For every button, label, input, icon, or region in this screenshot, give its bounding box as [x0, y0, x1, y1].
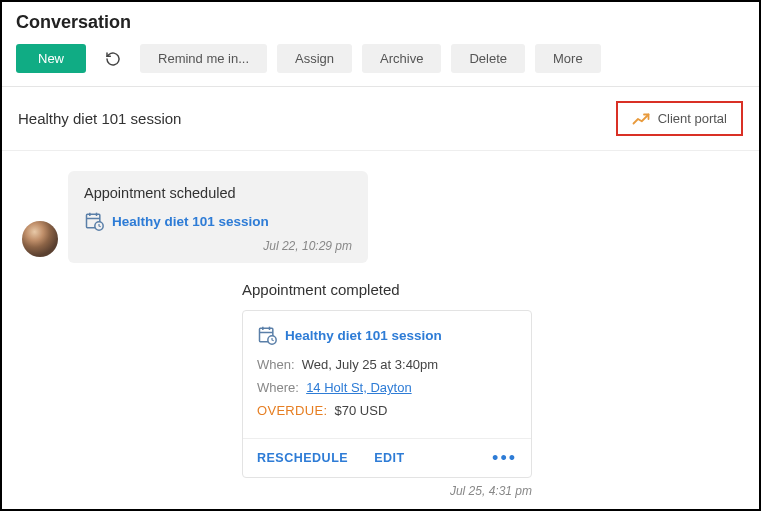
subheader: Healthy diet 101 session Client portal: [2, 87, 759, 151]
header: Conversation New Remind me in... Assign …: [2, 2, 759, 87]
where-row: Where: 14 Holt St, Dayton: [257, 380, 517, 395]
calendar-icon: [257, 325, 277, 345]
bubble-title: Appointment scheduled: [84, 185, 352, 201]
when-label: When:: [257, 357, 295, 372]
where-link[interactable]: 14 Holt St, Dayton: [306, 380, 412, 395]
message-scheduled: Appointment scheduled Healthy diet 101 s…: [22, 171, 739, 263]
card-actions: RESCHEDULE EDIT •••: [243, 438, 531, 477]
feed: Appointment scheduled Healthy diet 101 s…: [2, 151, 759, 498]
more-actions-button[interactable]: •••: [492, 449, 517, 467]
card-body: Healthy diet 101 session When: Wed, July…: [243, 311, 531, 438]
appointment-link-row: Healthy diet 101 session: [257, 325, 517, 345]
overdue-row: OVERDUE: $70 USD: [257, 403, 517, 418]
appointment-card: Healthy diet 101 session When: Wed, July…: [242, 310, 532, 478]
more-button[interactable]: More: [535, 44, 601, 73]
when-value: Wed, July 25 at 3:40pm: [302, 357, 438, 372]
timestamp: Jul 22, 10:29 pm: [84, 239, 352, 253]
timestamp: Jul 25, 4:31 pm: [242, 484, 532, 498]
message-completed: Appointment completed Healthy diet 101 s…: [242, 281, 532, 498]
when-row: When: Wed, July 25 at 3:40pm: [257, 357, 517, 372]
conversation-subject: Healthy diet 101 session: [18, 110, 181, 127]
client-portal-label: Client portal: [658, 111, 727, 126]
remind-button[interactable]: Remind me in...: [140, 44, 267, 73]
avatar: [22, 221, 58, 257]
assign-button[interactable]: Assign: [277, 44, 352, 73]
appointment-link[interactable]: Healthy diet 101 session: [285, 328, 442, 343]
trend-up-icon: [632, 112, 650, 126]
overdue-value: $70 USD: [335, 403, 388, 418]
message-bubble: Appointment scheduled Healthy diet 101 s…: [68, 171, 368, 263]
where-label: Where:: [257, 380, 299, 395]
page-title: Conversation: [16, 12, 745, 33]
calendar-icon: [84, 211, 104, 231]
refresh-button[interactable]: [96, 43, 130, 74]
new-button[interactable]: New: [16, 44, 86, 73]
archive-button[interactable]: Archive: [362, 44, 441, 73]
delete-button[interactable]: Delete: [451, 44, 525, 73]
edit-button[interactable]: EDIT: [374, 451, 404, 465]
card-title: Appointment completed: [242, 281, 532, 298]
client-portal-button[interactable]: Client portal: [616, 101, 743, 136]
reschedule-button[interactable]: RESCHEDULE: [257, 451, 348, 465]
refresh-icon: [105, 51, 121, 67]
appointment-link-row: Healthy diet 101 session: [84, 211, 352, 231]
appointment-link[interactable]: Healthy diet 101 session: [112, 214, 269, 229]
toolbar: New Remind me in... Assign Archive Delet…: [16, 43, 745, 74]
overdue-label: OVERDUE:: [257, 403, 327, 418]
